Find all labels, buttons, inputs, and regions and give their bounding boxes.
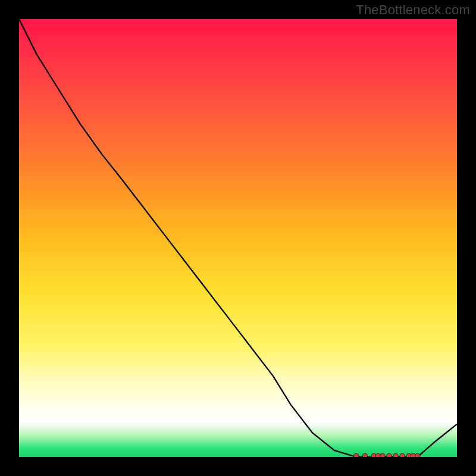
chart-plot-area xyxy=(19,19,457,457)
attribution-text: TheBottleneck.com xyxy=(356,2,470,18)
